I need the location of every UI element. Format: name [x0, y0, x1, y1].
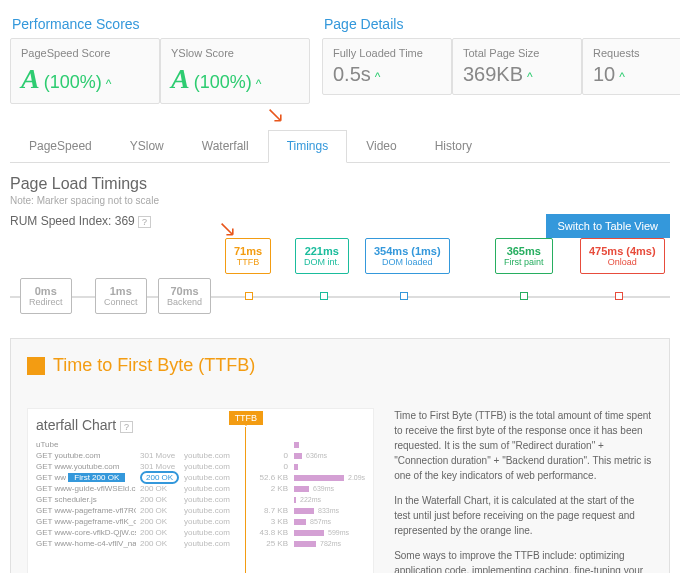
ttfb-color-swatch	[27, 357, 45, 375]
waterfall-row: GET www-pageframe-vflK_c200 OKyoutube.co…	[36, 516, 365, 527]
caret-up-icon: ^	[106, 77, 112, 91]
yslow-pct: (100%)	[194, 72, 252, 93]
performance-title: Performance Scores	[10, 10, 310, 36]
marker-first-paint: 365msFirst paint	[495, 238, 553, 274]
marker-onload: 475ms (4ms)Onload	[580, 238, 665, 274]
waterfall-chart-preview: aterfall Chart ? TTFB uTubeGET youtube.c…	[27, 408, 374, 573]
pagespeed-score-card: PageSpeed Score A (100%) ^	[10, 38, 160, 104]
marker-dom-loaded: 354ms (1ms)DOM loaded	[365, 238, 450, 274]
marker-dom-int: 221msDOM int.	[295, 238, 349, 274]
help-icon[interactable]: ?	[120, 421, 133, 433]
tab-waterfall[interactable]: Waterfall	[183, 130, 268, 162]
waterfall-row: uTube	[36, 439, 365, 450]
timings-note: Note: Marker spacing not to scale	[10, 195, 670, 206]
help-icon[interactable]: ?	[138, 216, 151, 228]
loaded-label: Fully Loaded Time	[333, 47, 441, 59]
timeline: 0msRedirect 1msConnect 70msBackend 71msT…	[10, 238, 670, 318]
ttfb-title: Time to First Byte (TTFB)	[53, 355, 255, 376]
tabs-bar: PageSpeed YSlow Waterfall Timings Video …	[10, 130, 670, 163]
tab-yslow[interactable]: YSlow	[111, 130, 183, 162]
loaded-time-card: Fully Loaded Time 0.5s^	[322, 38, 452, 95]
waterfall-row: GET www-pageframe-vfl7RC200 OKyoutube.co…	[36, 505, 365, 516]
marker-connect: 1msConnect	[95, 278, 147, 314]
marker-backend: 70msBackend	[158, 278, 211, 314]
page-details-title: Page Details	[322, 10, 662, 36]
ttfb-description: Time to First Byte (TTFB) is the total a…	[394, 408, 653, 573]
waterfall-row: GET www-core-vflkD-QjW.cs200 OKyoutube.c…	[36, 527, 365, 538]
ttfb-vertical-line	[245, 427, 246, 573]
tab-video[interactable]: Video	[347, 130, 415, 162]
caret-up-icon: ^	[375, 70, 381, 84]
waterfall-row: GET youtube.com301 Moveyoutube.com0636ms	[36, 450, 365, 461]
marker-redirect: 0msRedirect	[20, 278, 72, 314]
yslow-grade: A	[171, 63, 190, 95]
tab-timings[interactable]: Timings	[268, 130, 348, 163]
caret-up-icon: ^	[619, 70, 625, 84]
pagespeed-pct: (100%)	[44, 72, 102, 93]
tab-history[interactable]: History	[416, 130, 491, 162]
yslow-label: YSlow Score	[171, 47, 299, 59]
timings-title: Page Load Timings	[10, 175, 670, 193]
caret-up-icon: ^	[256, 77, 262, 91]
switch-table-view-button[interactable]: Switch to Table View	[546, 214, 670, 238]
pagespeed-grade: A	[21, 63, 40, 95]
annotation-arrow-icon	[220, 222, 236, 238]
first-200-tooltip: First 200 OK	[68, 473, 125, 482]
requests-card: Requests 10^	[582, 38, 680, 95]
waterfall-row: GET www-guide-vflWSEld.c200 OKyoutube.co…	[36, 483, 365, 494]
waterfall-row: GET www.youtube.com301 Moveyoutube.com0	[36, 461, 365, 472]
caret-up-icon: ^	[527, 70, 533, 84]
ttfb-marker-badge: TTFB	[229, 411, 264, 425]
status-200-badge: 200 OK	[140, 471, 179, 484]
pagespeed-label: PageSpeed Score	[21, 47, 149, 59]
marker-ttfb: 71msTTFB	[225, 238, 271, 274]
requests-value: 10	[593, 63, 615, 86]
waterfall-row: GET ww First 200 OK200 OKyoutube.com52.6…	[36, 472, 365, 483]
size-value: 369KB	[463, 63, 523, 86]
loaded-value: 0.5s	[333, 63, 371, 86]
size-label: Total Page Size	[463, 47, 571, 59]
page-size-card: Total Page Size 369KB^	[452, 38, 582, 95]
waterfall-row: GET scheduler.js200 OKyoutube.com222ms	[36, 494, 365, 505]
yslow-score-card: YSlow Score A (100%) ^	[160, 38, 310, 104]
annotation-arrow-icon	[268, 108, 284, 124]
requests-label: Requests	[593, 47, 680, 59]
waterfall-row: GET www-home-c4-vfllV_na200 OKyoutube.co…	[36, 538, 365, 549]
tab-pagespeed[interactable]: PageSpeed	[10, 130, 111, 162]
